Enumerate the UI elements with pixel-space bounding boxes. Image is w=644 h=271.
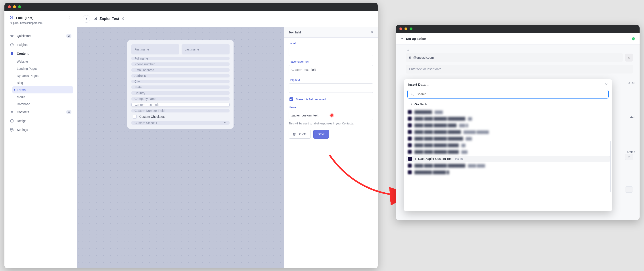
svg-point-15 (411, 93, 413, 95)
field-custom-number[interactable]: Custom Number Field (131, 109, 230, 112)
sidebar-item-contacts[interactable]: Contacts 4 (4, 108, 77, 116)
field-email[interactable]: Email address (131, 68, 230, 72)
delete-button[interactable]: Delete (288, 130, 311, 139)
field-custom-select[interactable]: Custom Select 1 (131, 121, 230, 125)
page-title: Zapier Test (100, 17, 119, 21)
clear-to-button[interactable] (625, 54, 633, 62)
name-title: Name (288, 106, 373, 109)
list-item-highlight[interactable]: 1. Data Zapier Custom Text Ipsum (406, 156, 610, 162)
field-address[interactable]: Address (131, 74, 230, 78)
close-traffic-icon[interactable] (8, 5, 11, 8)
sub-item-blog[interactable]: Blog (17, 79, 77, 86)
user-icon (10, 110, 14, 114)
insert-row-label: 1. Data Zapier Custom Text (415, 157, 452, 160)
sidebar-item-content[interactable]: Content (4, 49, 77, 58)
svg-point-4 (11, 111, 12, 112)
name-hint: This will be used to label responses in … (288, 122, 373, 126)
svg-point-6 (12, 129, 12, 130)
sidebar-item-settings[interactable]: Settings (4, 125, 77, 134)
form-icon (93, 16, 97, 21)
body-input[interactable]: Enter text or insert data... (406, 65, 633, 74)
gear-icon (10, 128, 14, 132)
required-row[interactable]: Make this field required (288, 97, 373, 102)
window-titlebar-right (396, 25, 640, 33)
behind-dropdown-icon[interactable] (625, 186, 633, 193)
list-item[interactable]: ████ ████ ██████ ████████ (406, 149, 610, 155)
label-title: Label (288, 42, 373, 45)
sidebar: Full+ (Test) fullplus.unstacksupport.com… (4, 11, 77, 268)
minimize-traffic-icon[interactable] (13, 5, 16, 8)
document-icon (10, 52, 14, 56)
field-company[interactable]: Company name (131, 97, 230, 101)
svg-point-5 (10, 119, 14, 122)
sidebar-item-quickstart[interactable]: Quickstart 2 (4, 32, 77, 40)
panel-header: Text field × (284, 27, 378, 38)
palette-icon (10, 119, 14, 123)
star-icon (10, 34, 14, 38)
list-item[interactable]: ████ ████ ██████ ████████████ ████ (406, 163, 610, 168)
contacts-badge: 4 (66, 110, 72, 114)
field-phone[interactable]: Phone number (131, 63, 230, 66)
sidebar-item-design[interactable]: Design (4, 116, 77, 125)
sub-item-media[interactable]: Media (17, 93, 77, 101)
placeholder-input[interactable] (288, 65, 373, 74)
trash-icon (293, 133, 296, 136)
close-icon[interactable]: × (371, 30, 373, 35)
pencil-icon[interactable] (122, 17, 124, 21)
chevron-down-icon (223, 121, 226, 125)
label-input[interactable] (288, 47, 373, 56)
list-item[interactable]: ████ ████ ██████ ███████ (406, 142, 610, 148)
help-input[interactable] (288, 84, 373, 93)
insert-data-list[interactable]: ████████████ ████ ████ ██████ ██████████… (404, 108, 612, 177)
sub-item-website[interactable]: Website (17, 58, 77, 65)
field-custom-checkbox[interactable]: Custom Checkbox (131, 115, 230, 119)
field-full-name[interactable]: Full name (131, 57, 230, 60)
site-domain: fullplus.unstacksupport.com (4, 22, 77, 28)
list-item[interactable]: ████████████ (406, 109, 610, 115)
list-item[interactable]: ████ ████ ██████ ██████████ (406, 116, 610, 122)
sub-item-landing-pages[interactable]: Landing Pages (17, 65, 77, 72)
svg-rect-3 (11, 52, 13, 55)
status-success-icon (632, 37, 635, 41)
field-last-name[interactable]: Last name (182, 44, 230, 55)
popover-title: Insert Data ... (408, 83, 429, 87)
save-button[interactable]: Save (314, 130, 329, 139)
site-picker[interactable]: Full+ (Test) (4, 16, 77, 22)
zapier-step-header[interactable]: Set up action (396, 33, 640, 45)
chevron-up-icon (400, 37, 404, 41)
close-traffic-icon[interactable] (400, 28, 402, 30)
layers-icon (10, 16, 14, 20)
scrollbar[interactable] (610, 141, 611, 192)
sidebar-item-insights[interactable]: Insights (4, 40, 77, 49)
sub-item-forms[interactable]: Forms (12, 86, 73, 93)
back-button[interactable] (83, 15, 90, 23)
list-item[interactable]: ████ ████ ██████ ████████████ ██████ (406, 129, 610, 135)
popover-search[interactable] (407, 90, 608, 99)
form-canvas[interactable]: First name Last name Full name Phone num… (77, 27, 284, 268)
sub-item-dynamic-pages[interactable]: Dynamic Pages (17, 72, 77, 79)
popover-close-icon[interactable] (605, 82, 608, 87)
insert-row-value: Ipsum (455, 157, 463, 160)
sub-item-database[interactable]: Database (17, 101, 77, 108)
window-titlebar (4, 3, 378, 11)
zoom-traffic-icon[interactable] (410, 28, 412, 30)
popover-search-input[interactable] (416, 92, 606, 96)
traffic-lights-right (400, 28, 412, 30)
go-back-button[interactable]: Go Back (404, 101, 612, 108)
field-state[interactable]: State (131, 86, 230, 89)
list-item[interactable]: ████ ████ ██████ ███████ █ (406, 122, 610, 128)
minimize-traffic-icon[interactable] (404, 28, 407, 30)
zapier-body: To tim@unstack.com Enter text or insert … (396, 45, 640, 220)
chevron-updown-icon (68, 16, 72, 20)
behind-dropdown-icon[interactable] (625, 154, 633, 160)
field-custom-text[interactable]: Custom Text Field (131, 103, 230, 107)
field-country[interactable]: Country (131, 91, 230, 95)
required-checkbox[interactable] (290, 97, 293, 101)
field-city[interactable]: City (131, 80, 230, 83)
list-item[interactable]: ████████ ██████ █ (406, 169, 610, 175)
zoom-traffic-icon[interactable] (18, 5, 21, 8)
to-input[interactable]: tim@unstack.com (406, 53, 623, 62)
field-first-name[interactable]: First name (131, 44, 179, 55)
list-item[interactable]: ████ ████ ██████ ██████████ (406, 136, 610, 141)
app-icon (408, 157, 412, 161)
